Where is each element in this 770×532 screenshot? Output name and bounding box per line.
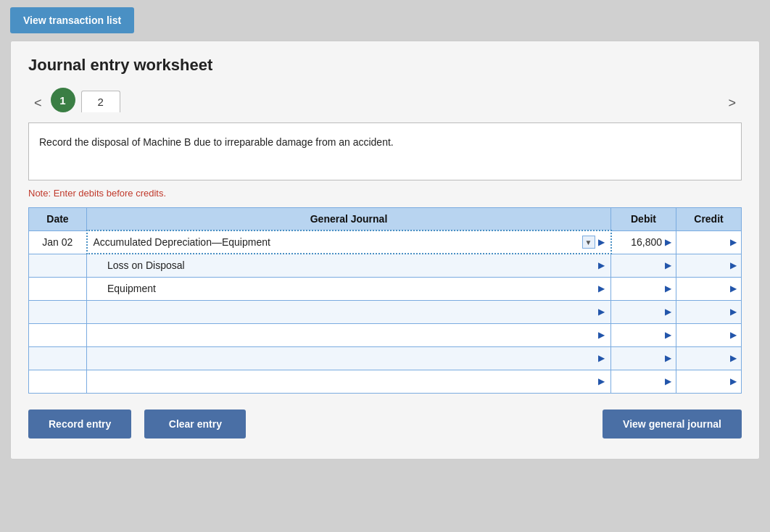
cell-general-journal[interactable]: Accumulated Depreciation—Equipment▼▶ xyxy=(87,230,611,254)
cell-date xyxy=(29,346,87,370)
view-transaction-button[interactable]: View transaction list xyxy=(10,7,134,33)
cell-arrow-icon: ▶ xyxy=(598,260,605,270)
cell-debit[interactable]: ▶ xyxy=(611,370,676,393)
cell-date: Jan 02 xyxy=(29,230,87,254)
cell-date xyxy=(29,370,87,393)
cell-general-journal[interactable]: ▶ xyxy=(87,300,611,323)
debit-arrow-icon: ▶ xyxy=(665,237,671,247)
cell-credit[interactable]: ▶ xyxy=(676,346,742,370)
cell-credit[interactable]: ▶ xyxy=(676,323,742,346)
tab-1-circle[interactable]: 1 xyxy=(51,88,75,112)
col-header-credit: Credit xyxy=(676,208,742,231)
cell-debit[interactable]: ▶ xyxy=(611,300,676,323)
tab-row: < 1 2 > xyxy=(28,88,742,112)
table-row[interactable]: Jan 02Accumulated Depreciation—Equipment… xyxy=(29,230,742,254)
record-entry-button[interactable]: Record entry xyxy=(28,410,131,439)
main-card: Journal entry worksheet < 1 2 > Record t… xyxy=(10,41,760,460)
cell-date xyxy=(29,254,87,277)
cell-debit[interactable]: ▶ xyxy=(611,277,676,300)
cell-debit[interactable]: ▶ xyxy=(611,254,676,277)
col-header-debit: Debit xyxy=(611,208,676,231)
action-row: Record entry Clear entry View general jo… xyxy=(28,410,742,439)
credit-arrow-icon: ▶ xyxy=(730,237,737,247)
credit-arrow-icon: ▶ xyxy=(730,353,737,363)
dropdown-icon[interactable]: ▼ xyxy=(582,236,595,249)
cell-credit[interactable]: ▶ xyxy=(676,300,742,323)
table-row[interactable]: Loss on Disposal▶▶▶ xyxy=(29,254,742,277)
cell-general-journal[interactable]: ▶ xyxy=(87,370,611,393)
cell-general-journal[interactable]: ▶ xyxy=(87,346,611,370)
table-row[interactable]: Equipment▶▶▶ xyxy=(29,277,742,300)
cell-debit[interactable]: 16,800▶ xyxy=(611,230,676,254)
cell-general-journal[interactable]: Loss on Disposal▶ xyxy=(87,254,611,277)
cell-text: Loss on Disposal xyxy=(93,259,595,271)
cell-general-journal[interactable]: Equipment▶ xyxy=(87,277,611,300)
tab-2[interactable]: 2 xyxy=(81,91,120,112)
description-box: Record the disposal of Machine B due to … xyxy=(28,122,742,180)
cell-text: Accumulated Depreciation—Equipment xyxy=(94,236,579,248)
debit-arrow-icon: ▶ xyxy=(665,353,671,363)
debit-arrow-icon: ▶ xyxy=(665,283,671,294)
credit-arrow-icon: ▶ xyxy=(730,376,737,386)
credit-arrow-icon: ▶ xyxy=(730,283,737,294)
cell-date xyxy=(29,277,87,300)
debit-arrow-icon: ▶ xyxy=(665,307,671,317)
debit-arrow-icon: ▶ xyxy=(665,330,671,340)
cell-debit[interactable]: ▶ xyxy=(611,323,676,346)
clear-entry-button[interactable]: Clear entry xyxy=(144,410,246,439)
credit-arrow-icon: ▶ xyxy=(730,330,737,340)
cell-arrow-icon: ▶ xyxy=(598,307,605,317)
credit-arrow-icon: ▶ xyxy=(730,260,737,270)
cell-general-journal[interactable]: ▶ xyxy=(87,323,611,346)
table-row[interactable]: ▶▶▶ xyxy=(29,346,742,370)
cell-arrow-icon: ▶ xyxy=(598,330,605,340)
cell-credit[interactable]: ▶ xyxy=(676,277,742,300)
page-title: Journal entry worksheet xyxy=(28,56,742,75)
view-general-journal-button[interactable]: View general journal xyxy=(603,410,742,439)
table-row[interactable]: ▶▶▶ xyxy=(29,300,742,323)
note-text: Note: Enter debits before credits. xyxy=(28,188,742,199)
cell-credit[interactable]: ▶ xyxy=(676,230,742,254)
cell-arrow-icon: ▶ xyxy=(598,353,605,363)
debit-arrow-icon: ▶ xyxy=(665,376,671,386)
credit-arrow-icon: ▶ xyxy=(730,307,737,317)
cell-arrow-icon: ▶ xyxy=(598,237,605,247)
col-header-date: Date xyxy=(29,208,87,231)
journal-table: Date General Journal Debit Credit Jan 02… xyxy=(28,207,742,394)
prev-tab-button[interactable]: < xyxy=(28,93,48,112)
table-row[interactable]: ▶▶▶ xyxy=(29,323,742,346)
cell-credit[interactable]: ▶ xyxy=(676,254,742,277)
table-row[interactable]: ▶▶▶ xyxy=(29,370,742,393)
next-tab-button[interactable]: > xyxy=(722,93,742,112)
debit-value: 16,800 xyxy=(631,236,662,248)
cell-text: Equipment xyxy=(93,283,595,294)
cell-arrow-icon: ▶ xyxy=(598,376,605,386)
cell-debit[interactable]: ▶ xyxy=(611,346,676,370)
col-header-general: General Journal xyxy=(87,208,611,231)
cell-date xyxy=(29,300,87,323)
debit-arrow-icon: ▶ xyxy=(665,260,671,270)
cell-credit[interactable]: ▶ xyxy=(676,370,742,393)
cell-arrow-icon: ▶ xyxy=(598,283,605,294)
cell-date xyxy=(29,323,87,346)
